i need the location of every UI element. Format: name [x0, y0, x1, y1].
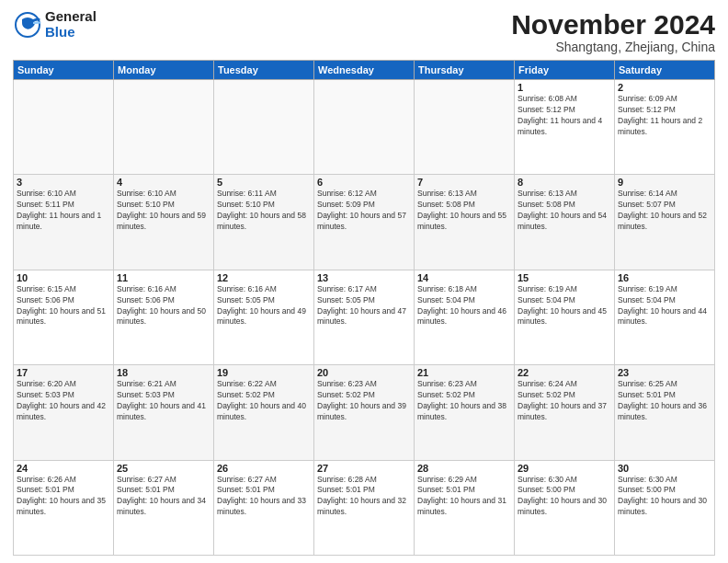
day-info: Sunrise: 6:16 AMSunset: 5:06 PMDaylight:… — [117, 284, 210, 328]
day-cell-9: 9Sunrise: 6:14 AMSunset: 5:07 PMDaylight… — [615, 175, 715, 270]
day-number: 23 — [618, 367, 711, 378]
calendar: SundayMondayTuesdayWednesdayThursdayFrid… — [13, 60, 715, 556]
day-info: Sunrise: 6:12 AMSunset: 5:09 PMDaylight:… — [317, 189, 411, 233]
day-info: Sunrise: 6:29 AMSunset: 5:01 PMDaylight:… — [417, 475, 511, 519]
day-cell-30: 30Sunrise: 6:30 AMSunset: 5:00 PMDayligh… — [615, 460, 715, 555]
empty-cell — [14, 80, 114, 175]
day-info: Sunrise: 6:10 AMSunset: 5:10 PMDaylight:… — [117, 189, 210, 233]
day-cell-29: 29Sunrise: 6:30 AMSunset: 5:00 PMDayligh… — [515, 460, 615, 555]
day-number: 16 — [618, 272, 711, 283]
day-number: 12 — [217, 272, 311, 283]
week-row-4: 17Sunrise: 6:20 AMSunset: 5:03 PMDayligh… — [14, 365, 715, 460]
day-cell-24: 24Sunrise: 6:26 AMSunset: 5:01 PMDayligh… — [14, 460, 114, 555]
day-cell-26: 26Sunrise: 6:27 AMSunset: 5:01 PMDayligh… — [214, 460, 314, 555]
day-info: Sunrise: 6:18 AMSunset: 5:04 PMDaylight:… — [417, 284, 511, 328]
day-cell-27: 27Sunrise: 6:28 AMSunset: 5:01 PMDayligh… — [314, 460, 415, 555]
day-info: Sunrise: 6:14 AMSunset: 5:07 PMDaylight:… — [618, 189, 711, 233]
day-number: 8 — [518, 177, 611, 188]
day-cell-20: 20Sunrise: 6:23 AMSunset: 5:02 PMDayligh… — [314, 365, 415, 460]
page: General Blue November 2024 Shangtang, Zh… — [0, 0, 728, 563]
day-number: 11 — [117, 272, 210, 283]
day-info: Sunrise: 6:30 AMSunset: 5:00 PMDaylight:… — [518, 475, 611, 519]
day-info: Sunrise: 6:21 AMSunset: 5:03 PMDaylight:… — [117, 379, 210, 423]
day-number: 10 — [17, 272, 110, 283]
day-cell-21: 21Sunrise: 6:23 AMSunset: 5:02 PMDayligh… — [415, 365, 515, 460]
day-number: 29 — [518, 463, 611, 474]
day-number: 14 — [417, 272, 511, 283]
empty-cell — [214, 80, 314, 175]
weekday-tuesday: Tuesday — [214, 61, 314, 80]
weekday-thursday: Thursday — [415, 61, 515, 80]
day-cell-2: 2Sunrise: 6:09 AMSunset: 5:12 PMDaylight… — [615, 80, 715, 175]
day-cell-4: 4Sunrise: 6:10 AMSunset: 5:10 PMDaylight… — [114, 175, 214, 270]
day-cell-15: 15Sunrise: 6:19 AMSunset: 5:04 PMDayligh… — [515, 270, 615, 364]
day-number: 9 — [618, 177, 711, 188]
month-title: November 2024 — [511, 9, 715, 40]
header: General Blue November 2024 Shangtang, Zh… — [13, 9, 715, 54]
day-info: Sunrise: 6:27 AMSunset: 5:01 PMDaylight:… — [117, 475, 210, 519]
day-number: 7 — [417, 177, 511, 188]
day-info: Sunrise: 6:23 AMSunset: 5:02 PMDaylight:… — [417, 379, 511, 423]
day-number: 25 — [117, 463, 210, 474]
day-cell-12: 12Sunrise: 6:16 AMSunset: 5:05 PMDayligh… — [214, 270, 314, 364]
day-cell-23: 23Sunrise: 6:25 AMSunset: 5:01 PMDayligh… — [615, 365, 715, 460]
day-cell-22: 22Sunrise: 6:24 AMSunset: 5:02 PMDayligh… — [515, 365, 615, 460]
day-number: 26 — [217, 463, 311, 474]
empty-cell — [114, 80, 214, 175]
day-cell-7: 7Sunrise: 6:13 AMSunset: 5:08 PMDaylight… — [415, 175, 515, 270]
day-cell-3: 3Sunrise: 6:10 AMSunset: 5:11 PMDaylight… — [14, 175, 114, 270]
title-block: November 2024 Shangtang, Zhejiang, China — [511, 9, 715, 54]
day-number: 6 — [317, 177, 411, 188]
weekday-wednesday: Wednesday — [314, 61, 415, 80]
logo-text-block: General Blue — [13, 9, 97, 40]
day-info: Sunrise: 6:27 AMSunset: 5:01 PMDaylight:… — [217, 475, 311, 519]
day-info: Sunrise: 6:17 AMSunset: 5:05 PMDaylight:… — [317, 284, 411, 328]
day-cell-11: 11Sunrise: 6:16 AMSunset: 5:06 PMDayligh… — [114, 270, 214, 364]
day-number: 27 — [317, 463, 411, 474]
weekday-friday: Friday — [515, 61, 615, 80]
location: Shangtang, Zhejiang, China — [511, 40, 715, 54]
day-cell-18: 18Sunrise: 6:21 AMSunset: 5:03 PMDayligh… — [114, 365, 214, 460]
day-info: Sunrise: 6:19 AMSunset: 5:04 PMDaylight:… — [518, 284, 611, 328]
day-info: Sunrise: 6:15 AMSunset: 5:06 PMDaylight:… — [17, 284, 110, 328]
day-number: 17 — [17, 367, 110, 378]
day-number: 20 — [317, 367, 411, 378]
logo: General Blue — [13, 9, 97, 40]
day-info: Sunrise: 6:10 AMSunset: 5:11 PMDaylight:… — [17, 189, 110, 233]
day-number: 1 — [518, 82, 611, 93]
empty-cell — [314, 80, 415, 175]
weekday-monday: Monday — [114, 61, 214, 80]
day-cell-14: 14Sunrise: 6:18 AMSunset: 5:04 PMDayligh… — [415, 270, 515, 364]
day-number: 28 — [417, 463, 511, 474]
weekday-saturday: Saturday — [615, 61, 715, 80]
day-number: 4 — [117, 177, 210, 188]
day-info: Sunrise: 6:23 AMSunset: 5:02 PMDaylight:… — [317, 379, 411, 423]
day-cell-13: 13Sunrise: 6:17 AMSunset: 5:05 PMDayligh… — [314, 270, 415, 364]
day-number: 3 — [17, 177, 110, 188]
day-info: Sunrise: 6:13 AMSunset: 5:08 PMDaylight:… — [417, 189, 511, 233]
logo-general: General — [45, 9, 97, 25]
day-cell-28: 28Sunrise: 6:29 AMSunset: 5:01 PMDayligh… — [415, 460, 515, 555]
weekday-header-row: SundayMondayTuesdayWednesdayThursdayFrid… — [14, 61, 715, 80]
day-number: 15 — [518, 272, 611, 283]
day-number: 5 — [217, 177, 311, 188]
day-info: Sunrise: 6:13 AMSunset: 5:08 PMDaylight:… — [518, 189, 611, 233]
day-number: 22 — [518, 367, 611, 378]
day-cell-8: 8Sunrise: 6:13 AMSunset: 5:08 PMDaylight… — [515, 175, 615, 270]
day-number: 30 — [618, 463, 711, 474]
day-info: Sunrise: 6:28 AMSunset: 5:01 PMDaylight:… — [317, 475, 411, 519]
day-info: Sunrise: 6:22 AMSunset: 5:02 PMDaylight:… — [217, 379, 311, 423]
day-number: 18 — [117, 367, 210, 378]
day-cell-6: 6Sunrise: 6:12 AMSunset: 5:09 PMDaylight… — [314, 175, 415, 270]
day-number: 13 — [317, 272, 411, 283]
day-cell-16: 16Sunrise: 6:19 AMSunset: 5:04 PMDayligh… — [615, 270, 715, 364]
day-info: Sunrise: 6:30 AMSunset: 5:00 PMDaylight:… — [618, 475, 711, 519]
week-row-1: 1Sunrise: 6:08 AMSunset: 5:12 PMDaylight… — [14, 80, 715, 175]
weekday-sunday: Sunday — [14, 61, 114, 80]
day-cell-1: 1Sunrise: 6:08 AMSunset: 5:12 PMDaylight… — [515, 80, 615, 175]
logo-bird-icon — [13, 10, 42, 40]
week-row-2: 3Sunrise: 6:10 AMSunset: 5:11 PMDaylight… — [14, 175, 715, 270]
day-cell-5: 5Sunrise: 6:11 AMSunset: 5:10 PMDaylight… — [214, 175, 314, 270]
logo-blue: Blue — [45, 25, 97, 40]
day-info: Sunrise: 6:09 AMSunset: 5:12 PMDaylight:… — [618, 94, 711, 138]
